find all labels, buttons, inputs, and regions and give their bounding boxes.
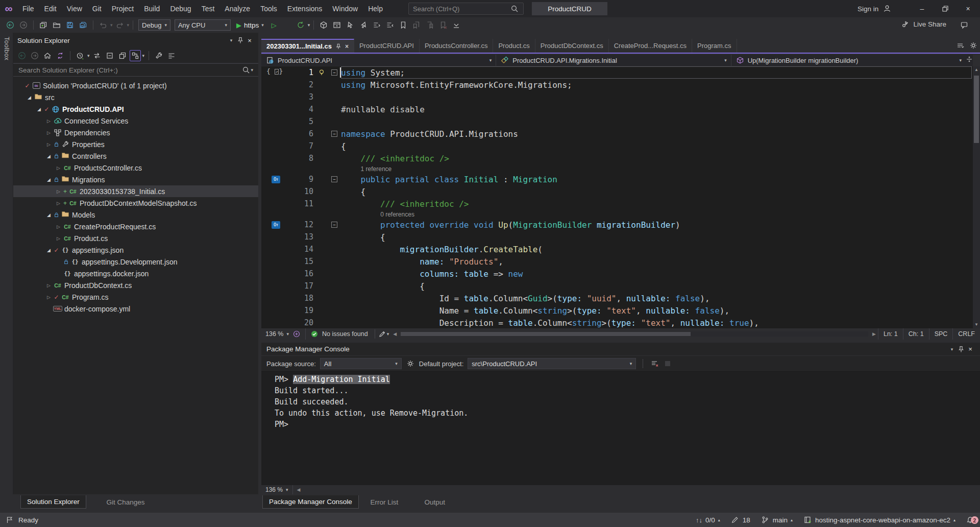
tree-item-productscontroller-cs[interactable]: ▷C#ProductsController.cs (13, 162, 258, 174)
list-collapse-button[interactable] (371, 19, 383, 31)
code-line-3[interactable]: 3 (261, 91, 973, 103)
pointer-next-button[interactable] (357, 19, 370, 31)
platform-dropdown[interactable]: Any CPU▾ (175, 19, 231, 31)
menu-view[interactable]: View (62, 0, 87, 17)
scroll-down-icon[interactable]: ▼ (973, 321, 980, 328)
menu-project[interactable]: Project (107, 0, 139, 17)
document-health-indicator[interactable]: No issues found (306, 329, 372, 339)
tree-item-productcrud-api[interactable]: ◢✓ProductCRUD.API (13, 103, 258, 115)
save-button[interactable] (64, 19, 76, 31)
document-tab-productdbcontext-cs[interactable]: ProductDbContext.cs (535, 39, 609, 53)
gear-icon[interactable] (406, 359, 415, 368)
minimize-button[interactable]: – (911, 0, 934, 17)
tree-item-src[interactable]: ◢src (13, 91, 258, 103)
code-editor[interactable]: { ↗} 1−using System;2using Microsoft.Ent… (261, 66, 973, 328)
override-indicator-icon[interactable]: O↑ (272, 221, 280, 229)
nav-forward-button[interactable] (17, 19, 30, 31)
split-window-icon[interactable] (966, 55, 973, 64)
overflow-button[interactable] (450, 19, 462, 31)
code-line-14[interactable]: 14 migrationBuilder.CreateTable( (261, 243, 973, 255)
close-icon[interactable]: × (345, 43, 349, 50)
feedback-icon[interactable] (960, 20, 969, 30)
collapsed-arrow-icon[interactable]: ▷ (45, 295, 53, 300)
breadcrumb-type-dropdown[interactable]: ProductCRUD.API.Migrations.Initial ▾ (496, 55, 731, 66)
expanded-arrow-icon[interactable]: ◢ (45, 248, 53, 253)
close-icon[interactable]: × (245, 36, 254, 45)
chevron-down-icon[interactable]: ▾ (127, 22, 130, 28)
bookmark-prev-button[interactable] (410, 19, 423, 31)
document-tab-202303301-initial-cs[interactable]: 202303301...Initial.cs× (261, 39, 354, 53)
code-line-15[interactable]: 15 name: "Products", (261, 255, 973, 268)
collapsed-arrow-icon[interactable]: ▷ (55, 236, 62, 241)
column-indicator[interactable]: Ch: 1 (903, 328, 929, 340)
collapse-all-button[interactable] (104, 50, 115, 61)
start-without-debugging-button[interactable]: ▷ (268, 19, 280, 31)
save-all-button[interactable] (77, 19, 89, 31)
code-line-6[interactable]: 6−namespace ProductCRUD.API.Migrations (261, 128, 973, 140)
nav-back-button[interactable] (16, 50, 28, 61)
repository-button[interactable]: hosting-aspnet-core-webapi-on-amazon-ec2… (803, 515, 955, 524)
scope-button[interactable] (130, 50, 141, 61)
pmc-zoom-dropdown[interactable]: 136 % ▾ (261, 485, 293, 494)
menu-build[interactable]: Build (139, 0, 165, 17)
tree-item-controllers[interactable]: ◢Controllers (13, 150, 258, 162)
pin-icon[interactable] (236, 36, 245, 45)
tree-item-dependencies[interactable]: ▷Dependencies (13, 127, 258, 138)
tool-tab-solution-explorer[interactable]: Solution Explorer (20, 495, 86, 509)
expanded-arrow-icon[interactable]: ◢ (45, 212, 53, 218)
menu-edit[interactable]: Edit (39, 0, 62, 17)
tree-item-program-cs[interactable]: ▷✓C#Program.cs (13, 291, 258, 303)
menu-git[interactable]: Git (87, 0, 107, 17)
code-line-19[interactable]: 19 Name = table.Column<string>(type: "te… (261, 304, 973, 317)
tool-tab-output[interactable]: Output (419, 495, 452, 509)
eol-indicator[interactable]: CRLF (952, 328, 980, 340)
breadcrumb-project-dropdown[interactable]: ProductCRUD.API ▾ (261, 55, 496, 66)
live-share-button[interactable]: Live Share (901, 19, 946, 29)
scroll-up-icon[interactable]: ▲ (973, 66, 980, 74)
menu-test[interactable]: Test (197, 0, 220, 17)
chevron-down-icon[interactable]: ▾ (142, 53, 145, 58)
tool-tab-package-manager-console[interactable]: Package Manager Console (262, 495, 359, 509)
code-line-8[interactable]: 8 /// <inheritdoc /> (261, 152, 973, 164)
code-line-20[interactable]: 20 Description = table.Column<string>(ty… (261, 317, 973, 328)
codelens-row[interactable]: 0 references (261, 210, 973, 219)
gear-icon[interactable] (969, 41, 978, 50)
console-output[interactable]: PM> Add-Migration InitialBuild started..… (261, 371, 980, 485)
solution-explorer-search[interactable]: Search Solution Explorer (Ctrl+;) ▾ (13, 63, 258, 77)
chevron-down-icon[interactable]: ▾ (251, 67, 253, 73)
collapsed-arrow-icon[interactable]: ▷ (45, 130, 53, 135)
scroll-right-icon[interactable]: ▶ (872, 331, 876, 337)
collapsed-arrow-icon[interactable]: ▷ (45, 142, 53, 147)
tree-item-models[interactable]: ◢Models (13, 209, 258, 221)
document-tab-program-cs[interactable]: Program.cs (692, 39, 737, 53)
wrench-button[interactable] (153, 50, 164, 61)
document-tab-productcrud-api[interactable]: ProductCRUD.API (354, 39, 420, 53)
code-line-12[interactable]: O↑12− protected override void Up(Migrati… (261, 219, 973, 231)
collapsed-arrow-icon[interactable]: ▷ (45, 118, 53, 124)
code-line-9[interactable]: O↑9− public partial class Initial : Migr… (261, 173, 973, 185)
code-line-1[interactable]: 1−using System; (261, 66, 973, 79)
close-icon[interactable]: × (966, 345, 975, 354)
collapsed-arrow-icon[interactable]: ▷ (55, 201, 62, 206)
bookmark-next-button[interactable] (424, 19, 436, 31)
copy-boxes-button[interactable] (117, 50, 128, 61)
expanded-arrow-icon[interactable]: ◢ (45, 177, 53, 182)
code-line-2[interactable]: 2using Microsoft.EntityFrameworkCore.Mig… (261, 79, 973, 91)
nav-back-button[interactable] (4, 19, 16, 31)
tree-item-properties[interactable]: ▷Properties (13, 138, 258, 150)
code-line-7[interactable]: 7{ (261, 140, 973, 152)
code-line-18[interactable]: 18 Id = table.Column<Guid>(type: "uuid",… (261, 292, 973, 304)
editor-zoom-dropdown[interactable]: 136 % ▾ (261, 328, 306, 340)
document-list-icon[interactable] (955, 41, 965, 50)
sign-in-button[interactable]: Sign in (857, 0, 892, 17)
tree-item-connected-services[interactable]: ▷Connected Services (13, 115, 258, 127)
chevron-down-icon[interactable]: ▾ (308, 22, 310, 28)
start-debugging-button[interactable]: ▶https▾ (233, 19, 267, 31)
bookmark-clear-button[interactable] (437, 19, 449, 31)
deploy-button[interactable] (331, 19, 343, 31)
debug-configuration-dropdown[interactable]: Debug▾ (138, 19, 170, 31)
sync-button[interactable] (55, 50, 66, 61)
collapsed-arrow-icon[interactable]: ▷ (55, 189, 62, 194)
tool-tab-error-list[interactable]: Error List (364, 495, 405, 509)
line-indicator[interactable]: Ln: 1 (878, 328, 903, 340)
